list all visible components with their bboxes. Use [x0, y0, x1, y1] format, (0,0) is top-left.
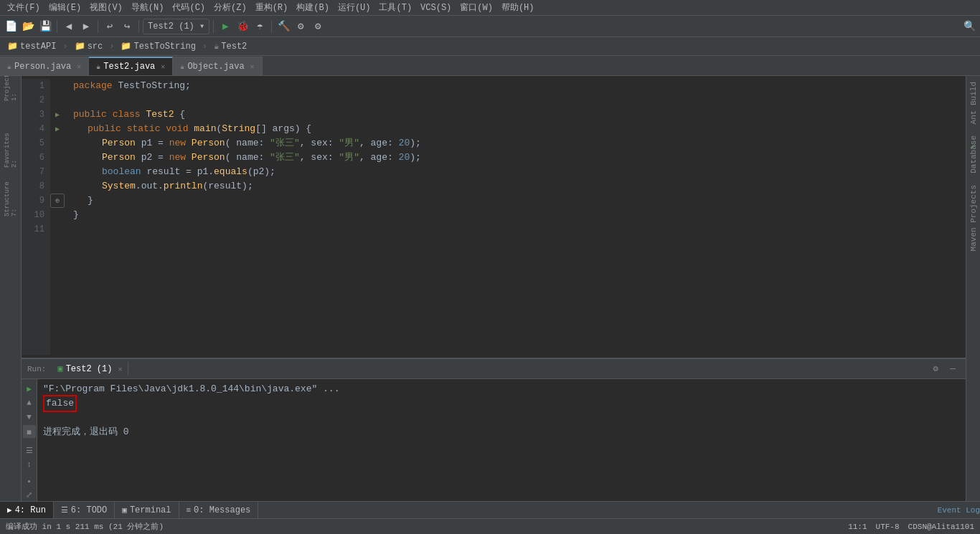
menu-tools[interactable]: 工具(T): [374, 1, 416, 14]
run-config-dropdown[interactable]: Test2 (1) ▾: [143, 19, 209, 34]
right-panel: ✓ Ant Build Database Maven Projects: [966, 76, 980, 501]
project-panel-icon[interactable]: 1: Project: [2, 79, 19, 96]
tab-person-java-close[interactable]: ✕: [77, 62, 81, 71]
tab-test2-java[interactable]: ☕ Test2.java ✕: [89, 57, 173, 75]
menu-refactor[interactable]: 重构(R): [251, 1, 293, 14]
run-scroll-button[interactable]: ↕: [23, 458, 36, 471]
run-filter-button[interactable]: ☰: [23, 444, 36, 457]
menu-edit[interactable]: 编辑(E): [44, 1, 86, 14]
run-panel-toolbar: ⚙ —: [928, 362, 960, 376]
run-tab-label-bottom: 4: Run: [15, 505, 46, 515]
run-complete-line: 进程完成，退出码 0: [43, 425, 960, 439]
code-content[interactable]: package TestToString; public class Test2…: [65, 79, 966, 355]
redo-button[interactable]: ↪: [119, 19, 135, 34]
tab-run[interactable]: ▶ 4: Run: [0, 502, 54, 518]
menu-run[interactable]: 运行(U): [334, 1, 375, 14]
nav-package[interactable]: 📁 TestToString: [118, 39, 198, 53]
event-log-link[interactable]: Event Log: [938, 506, 980, 515]
nav-src-label: src: [88, 42, 103, 52]
code-line-8: System.out.println(result);: [73, 179, 957, 194]
menu-window[interactable]: 窗口(W): [456, 1, 497, 14]
code-line-10: }: [73, 208, 957, 222]
run-stop-button[interactable]: ◼: [23, 425, 36, 438]
src-icon: 📁: [75, 41, 85, 52]
run-tab-icon-bottom: ▶: [7, 505, 12, 515]
settings-button[interactable]: ⚙: [310, 19, 326, 34]
run-play-button[interactable]: ▶: [23, 382, 36, 395]
main-area: 1: Project 2: Favorites 7: Structure 1 2…: [0, 76, 980, 501]
editor-area: 1 2 3 4 5 6 7 8 9 10 11 ▶ ▶: [22, 76, 966, 501]
tab-test2-java-close[interactable]: ✕: [161, 62, 165, 71]
nav-sep-2: ›: [109, 42, 114, 52]
code-line-1: package TestToString;: [73, 79, 957, 93]
right-tab-ant-build[interactable]: Ant Build: [968, 76, 979, 130]
sdk-button[interactable]: ⚙: [293, 19, 308, 34]
code-line-4: public static void main(String[] args) {: [73, 122, 957, 136]
toolbar-separator-3: [138, 20, 139, 33]
save-button[interactable]: 💾: [37, 19, 53, 34]
tab-terminal[interactable]: ▣ Terminal: [115, 502, 179, 518]
favorites-icon[interactable]: 2: Favorites: [2, 142, 19, 159]
run-tab-label: Test2 (1): [66, 364, 113, 374]
right-tab-maven[interactable]: Maven Projects: [968, 179, 979, 257]
status-encoding: UTF-8: [876, 523, 900, 531]
messages-tab-icon: ≡: [187, 506, 192, 515]
structure-icon[interactable]: 7: Structure: [2, 191, 19, 208]
code-line-9: }: [73, 194, 957, 208]
run-tab-close[interactable]: ✕: [118, 365, 122, 373]
run-down-button[interactable]: ▼: [23, 411, 36, 424]
status-brand: CDSN@Alita1101: [908, 523, 974, 531]
menu-nav[interactable]: 导航(N): [127, 1, 169, 14]
todo-tab-label: 6: TODO: [71, 505, 107, 515]
search-everywhere-button[interactable]: 🔍: [961, 19, 977, 34]
run-empty-line: [43, 411, 960, 425]
menu-vcs[interactable]: VCS(S): [416, 3, 456, 13]
nav-sep-1: ›: [62, 42, 67, 52]
code-line-2: [73, 93, 957, 108]
right-tab-database[interactable]: Database: [968, 130, 979, 179]
todo-tab-icon: ☰: [61, 505, 68, 515]
minimize-panel-button[interactable]: —: [946, 362, 960, 376]
new-file-button[interactable]: 📄: [3, 19, 19, 34]
run-config-label: Test2 (1) ▾: [148, 21, 204, 32]
tab-test2-java-icon: ☕: [96, 62, 100, 71]
run-collapse-button[interactable]: ▪: [23, 475, 36, 488]
tab-person-java-label: Person.java: [14, 62, 71, 72]
run-button[interactable]: ▶: [217, 19, 233, 34]
nav-src[interactable]: 📁 src: [72, 39, 106, 53]
menu-file[interactable]: 文件(F): [3, 1, 44, 14]
run-output-false-value: false: [43, 395, 77, 412]
back-button[interactable]: ◀: [61, 19, 77, 34]
menu-build[interactable]: 构建(B): [292, 1, 334, 14]
menu-view[interactable]: 视图(V): [85, 1, 127, 14]
undo-button[interactable]: ↩: [102, 19, 118, 34]
build-project-button[interactable]: 🔨: [275, 19, 291, 34]
tab-person-java[interactable]: ☕ Person.java ✕: [0, 57, 89, 75]
tab-object-java-close[interactable]: ✕: [250, 62, 255, 71]
toolbar-separator-1: [57, 20, 57, 33]
forward-button[interactable]: ▶: [78, 19, 94, 34]
nav-class-label: Test2: [221, 42, 247, 52]
nav-bar: 📁 testAPI › 📁 src › 📁 TestToString › ☕ T…: [0, 37, 980, 56]
tab-messages[interactable]: ≡ 0: Messages: [179, 502, 259, 518]
run-expand-button[interactable]: ⤢: [23, 488, 36, 501]
toolbar: 📄 📂 💾 ◀ ▶ ↩ ↪ Test2 (1) ▾ ▶ 🐞 ☂ 🔨 ⚙ ⚙ 🔍: [0, 16, 980, 37]
bottom-panel: Run: ▣ Test2 (1) ✕ ⚙ — ▶ ▲ ▼ ◼: [22, 358, 966, 501]
menu-code[interactable]: 代码(C): [168, 1, 209, 14]
tab-object-java[interactable]: ☕ Object.java ✕: [173, 57, 262, 75]
nav-project[interactable]: 📁 testAPI: [4, 39, 59, 53]
settings-panel-button[interactable]: ⚙: [928, 362, 943, 376]
tab-todo[interactable]: ☰ 6: TODO: [54, 502, 115, 518]
code-editor[interactable]: 1 2 3 4 5 6 7 8 9 10 11 ▶ ▶: [22, 76, 966, 358]
menu-analyze[interactable]: 分析(Z): [209, 1, 251, 14]
open-button[interactable]: 📂: [20, 19, 36, 34]
menu-help[interactable]: 帮助(H): [497, 1, 539, 14]
coverage-button[interactable]: ☂: [252, 19, 268, 34]
debug-button[interactable]: 🐞: [235, 19, 250, 34]
run-command-line: "F:\Program Files\Java\jdk1.8.0_144\bin\…: [43, 382, 960, 396]
nav-class[interactable]: ☕ Test2: [211, 39, 250, 53]
nav-sep-3: ›: [202, 42, 207, 52]
run-tab-test2[interactable]: ▣ Test2 (1) ✕: [52, 362, 128, 376]
left-sidebar: 1: Project 2: Favorites 7: Structure: [0, 76, 22, 501]
run-up-button[interactable]: ▲: [23, 396, 36, 409]
